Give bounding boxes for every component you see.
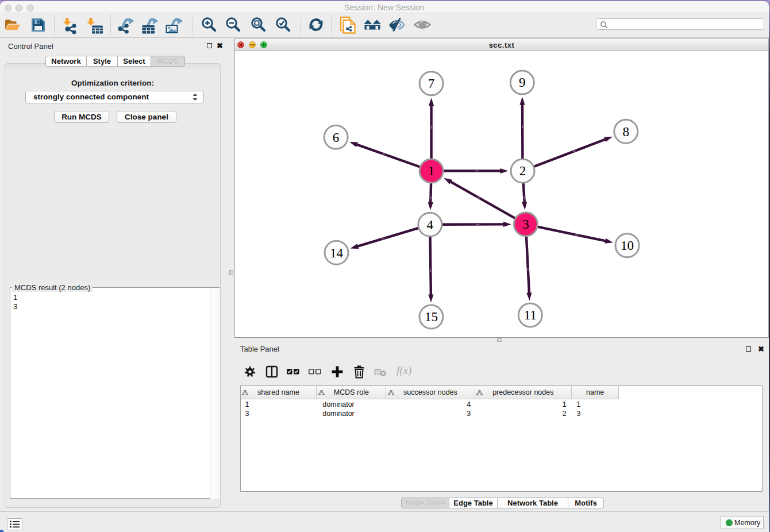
svg-text:9: 9 bbox=[519, 75, 526, 90]
svg-text:7: 7 bbox=[428, 76, 435, 91]
svg-text:2: 2 bbox=[519, 164, 526, 178]
svg-text:15: 15 bbox=[425, 310, 438, 324]
svg-text:10: 10 bbox=[621, 238, 634, 253]
svg-text:8: 8 bbox=[623, 125, 630, 139]
svg-text:11: 11 bbox=[524, 308, 537, 322]
svg-text:6: 6 bbox=[333, 130, 340, 145]
svg-text:3: 3 bbox=[522, 217, 529, 232]
svg-text:1: 1 bbox=[428, 164, 435, 178]
svg-text:4: 4 bbox=[427, 218, 434, 232]
svg-text:14: 14 bbox=[330, 246, 344, 260]
